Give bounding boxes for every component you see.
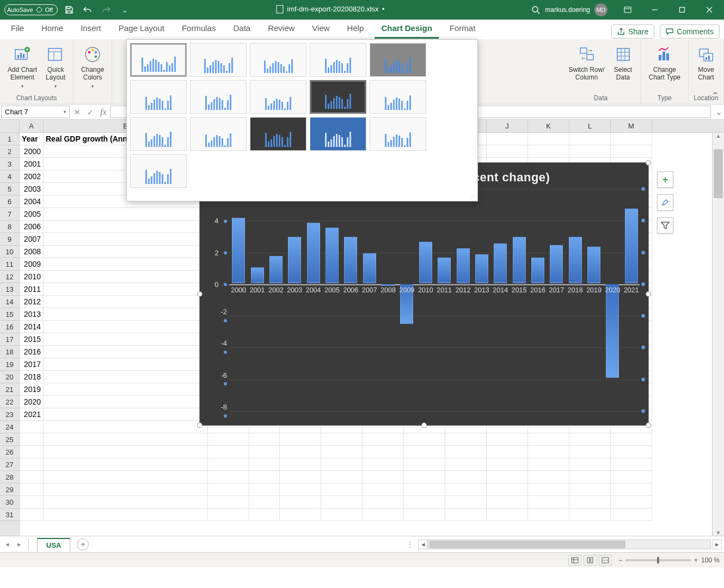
tab-insert[interactable]: Insert xyxy=(74,19,108,39)
maximize-button[interactable] xyxy=(670,0,695,20)
cell[interactable] xyxy=(528,471,569,483)
cell[interactable]: 2006 xyxy=(20,220,44,233)
row-header[interactable]: 28 xyxy=(0,471,19,483)
column-header[interactable]: K xyxy=(528,120,569,132)
chart-style-thumb[interactable] xyxy=(130,43,187,77)
hscroll-split-grip[interactable]: ⋮ xyxy=(407,540,414,548)
cell[interactable] xyxy=(445,446,487,458)
cell[interactable] xyxy=(569,471,611,483)
cell[interactable] xyxy=(321,446,363,458)
cell[interactable] xyxy=(321,458,363,471)
cell[interactable] xyxy=(249,496,280,509)
chart-style-thumb[interactable] xyxy=(250,80,306,114)
cell[interactable] xyxy=(44,258,208,271)
chart-bar[interactable] xyxy=(382,284,395,286)
row-header[interactable]: 12 xyxy=(0,271,19,283)
cell[interactable] xyxy=(44,321,208,333)
chart-bar[interactable] xyxy=(457,248,470,283)
name-box[interactable]: Chart 7 ▾ xyxy=(1,106,70,118)
cell[interactable] xyxy=(569,496,611,509)
chart-bar[interactable] xyxy=(625,209,638,283)
cell[interactable] xyxy=(569,483,611,496)
tab-chart-design[interactable]: Chart Design xyxy=(375,19,438,39)
cell[interactable] xyxy=(363,471,404,483)
select-data-button[interactable]: Select Data xyxy=(610,42,636,84)
cell[interactable] xyxy=(321,496,363,509)
cell[interactable] xyxy=(20,421,44,433)
cell[interactable] xyxy=(44,358,208,371)
move-chart-button[interactable]: Move Chart xyxy=(693,42,719,84)
cell[interactable] xyxy=(611,145,652,158)
chart-style-thumb[interactable] xyxy=(250,43,306,77)
cell[interactable]: 2021 xyxy=(20,408,44,421)
cell[interactable] xyxy=(487,471,528,483)
cell[interactable] xyxy=(363,483,404,496)
zoom-in-button[interactable]: + xyxy=(694,556,698,564)
cell[interactable]: 2000 xyxy=(20,145,44,158)
chart-style-thumb[interactable] xyxy=(310,117,366,151)
row-headers[interactable]: 1234567891011121314151617181920212223242… xyxy=(0,133,20,536)
redo-button[interactable] xyxy=(99,3,113,17)
enter-formula-button[interactable]: ✓ xyxy=(87,108,94,117)
tab-format[interactable]: Format xyxy=(443,19,482,39)
resize-handle[interactable] xyxy=(421,422,427,428)
cell[interactable] xyxy=(44,220,208,233)
undo-button[interactable] xyxy=(81,3,95,17)
cell[interactable] xyxy=(280,471,321,483)
cell[interactable] xyxy=(44,371,208,383)
add-chart-element-button[interactable]: Add Chart Element ▾ xyxy=(4,42,40,91)
cell[interactable] xyxy=(445,483,487,496)
cell[interactable]: 2017 xyxy=(20,358,44,371)
cell[interactable] xyxy=(445,433,487,446)
row-header[interactable]: 22 xyxy=(0,396,19,408)
tab-data[interactable]: Data xyxy=(226,19,257,39)
cell[interactable] xyxy=(44,271,208,283)
cell[interactable] xyxy=(280,446,321,458)
chart-bar[interactable] xyxy=(288,237,301,283)
cell[interactable] xyxy=(249,446,280,458)
column-header[interactable]: M xyxy=(611,120,652,132)
cell[interactable] xyxy=(569,145,611,158)
cell[interactable] xyxy=(208,496,249,509)
cell[interactable] xyxy=(487,433,528,446)
row-header[interactable]: 6 xyxy=(0,195,19,208)
hscroll-right[interactable]: ▸ xyxy=(712,540,722,549)
cell[interactable]: 2004 xyxy=(20,195,44,208)
cell[interactable] xyxy=(528,496,569,509)
zoom-slider-thumb[interactable] xyxy=(657,557,659,564)
row-header[interactable]: 25 xyxy=(0,433,19,446)
row-header[interactable]: 27 xyxy=(0,458,19,471)
cell[interactable]: 2015 xyxy=(20,333,44,346)
tab-view[interactable]: View xyxy=(305,19,336,39)
cell[interactable] xyxy=(487,145,528,158)
quick-layout-button[interactable]: Quick Layout ▾ xyxy=(42,42,69,91)
cell[interactable] xyxy=(20,433,44,446)
cell[interactable] xyxy=(208,471,249,483)
cell[interactable]: 2002 xyxy=(20,170,44,183)
sheet-nav-first[interactable]: ◂ xyxy=(2,540,12,548)
cell[interactable] xyxy=(445,496,487,509)
cell[interactable] xyxy=(44,496,208,509)
cancel-formula-button[interactable]: ✕ xyxy=(74,108,81,117)
cell[interactable] xyxy=(611,433,652,446)
tab-help[interactable]: Help xyxy=(341,19,371,39)
cell[interactable] xyxy=(528,433,569,446)
cell[interactable] xyxy=(404,458,445,471)
chart-bar[interactable] xyxy=(326,228,339,283)
cell[interactable] xyxy=(44,283,208,296)
chart-bar[interactable] xyxy=(494,243,507,283)
comments-button[interactable]: Comments xyxy=(660,24,720,39)
embedded-chart[interactable]: Real GDP growth (Annual percent change) … xyxy=(199,162,649,426)
cell[interactable] xyxy=(404,496,445,509)
cell[interactable] xyxy=(249,483,280,496)
row-header[interactable]: 31 xyxy=(0,509,19,521)
resize-handle[interactable] xyxy=(197,291,203,297)
cell[interactable] xyxy=(44,296,208,308)
cell[interactable] xyxy=(363,433,404,446)
cell[interactable] xyxy=(611,133,652,145)
zoom-slider[interactable] xyxy=(625,559,691,561)
row-header[interactable]: 8 xyxy=(0,220,19,233)
cell[interactable] xyxy=(208,446,249,458)
chart-bar[interactable] xyxy=(587,247,600,283)
cell[interactable] xyxy=(44,233,208,246)
